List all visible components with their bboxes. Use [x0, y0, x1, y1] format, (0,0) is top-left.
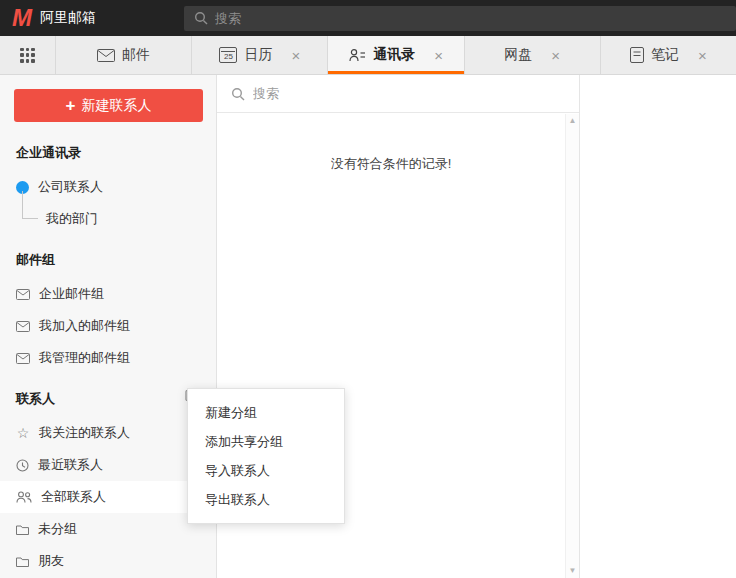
tab-notes[interactable]: 笔记 ×: [601, 36, 736, 74]
apps-grid-icon: [20, 48, 35, 63]
alimail-app: M 阿里邮箱 邮件 25 日历 ×: [0, 0, 736, 578]
calendar-day-badge: 25: [224, 52, 233, 61]
app-title: 阿里邮箱: [40, 9, 96, 27]
topbar: M 阿里邮箱: [0, 0, 736, 36]
tab-drive-label: 网盘: [504, 46, 532, 64]
new-contact-button[interactable]: + 新建联系人: [14, 89, 203, 122]
empty-results-message: 没有符合条件的记录!: [217, 155, 579, 173]
contacts-icon: [349, 48, 366, 62]
sidebar-item-label: 最近联系人: [38, 456, 103, 474]
sidebar-item-label: 我加入的邮件组: [39, 317, 130, 335]
note-icon: [630, 47, 644, 63]
section-title-enterprise: 企业通讯录: [0, 128, 216, 171]
sidebar-item-label: 未分组: [38, 520, 77, 538]
sidebar-item-ungrouped[interactable]: 未分组: [0, 513, 216, 545]
menu-item-export-contacts[interactable]: 导出联系人: [188, 485, 344, 514]
sidebar-item-label: 朋友: [38, 552, 64, 570]
scroll-up-icon[interactable]: ▲: [569, 117, 577, 125]
tab-mail[interactable]: 邮件: [56, 36, 192, 74]
tree-connector-line: [22, 191, 38, 219]
menu-item-new-group[interactable]: 新建分组: [188, 398, 344, 427]
people-icon: [16, 491, 32, 503]
search-icon: [231, 87, 245, 101]
sidebar-item-enterprise-mailgroup[interactable]: 企业邮件组: [0, 278, 216, 310]
content-area: + 新建联系人 企业通讯录 公司联系人 我的部门 邮件组 企业邮件组: [0, 75, 736, 578]
plus-icon: +: [66, 97, 76, 114]
global-search-box[interactable]: [184, 6, 736, 31]
menu-item-add-shared-group[interactable]: 添加共享分组: [188, 427, 344, 456]
alimail-logo-icon: M: [12, 0, 32, 36]
mail-icon: [97, 49, 115, 62]
tab-calendar-close-icon[interactable]: ×: [291, 48, 300, 63]
sidebar-item-joined-mailgroups[interactable]: 我加入的邮件组: [0, 310, 216, 342]
section-title-mailgroups: 邮件组: [0, 235, 216, 278]
contacts-section-header: 联系人: [0, 374, 216, 417]
contacts-search-box[interactable]: [217, 75, 579, 113]
tab-notes-close-icon[interactable]: ×: [698, 48, 707, 63]
sidebar-item-my-department[interactable]: 我的部门: [0, 203, 216, 235]
tab-drive[interactable]: 网盘 ×: [465, 36, 601, 74]
sidebar-item-label: 我管理的邮件组: [39, 349, 130, 367]
tab-notes-label: 笔记: [651, 46, 679, 64]
apps-grid-button[interactable]: [0, 36, 56, 74]
tab-calendar[interactable]: 25 日历 ×: [192, 36, 328, 74]
star-icon: ☆: [16, 426, 30, 440]
global-search-input[interactable]: [215, 11, 726, 26]
tab-contacts-close-icon[interactable]: ×: [434, 48, 443, 63]
sidebar-item-starred-contacts[interactable]: ☆ 我关注的联系人: [0, 417, 216, 449]
sidebar-item-managed-mailgroups[interactable]: 我管理的邮件组: [0, 342, 216, 374]
group-folder-icon: [16, 524, 29, 535]
mailgroup-icon: [16, 353, 30, 364]
search-icon: [194, 11, 208, 25]
tabbar: 邮件 25 日历 × 通讯录 × 网盘 ×: [0, 36, 736, 75]
tab-drive-close-icon[interactable]: ×: [551, 48, 560, 63]
sidebar-item-recent-contacts[interactable]: 最近联系人: [0, 449, 216, 481]
sidebar-item-friends[interactable]: 朋友: [0, 545, 216, 577]
section-title-contacts: 联系人: [0, 374, 55, 417]
sidebar-item-label: 全部联系人: [41, 488, 106, 506]
tab-contacts-label: 通讯录: [373, 46, 415, 64]
scroll-down-icon[interactable]: ▼: [569, 567, 577, 575]
sidebar-item-label: 公司联系人: [38, 178, 103, 196]
new-contact-label: 新建联系人: [81, 97, 151, 115]
tab-calendar-label: 日历: [244, 46, 272, 64]
sidebar: + 新建联系人 企业通讯录 公司联系人 我的部门 邮件组 企业邮件组: [0, 75, 217, 578]
contact-detail-panel: [580, 75, 736, 578]
group-folder-icon: [16, 556, 29, 567]
sidebar-item-label: 我关注的联系人: [39, 424, 130, 442]
mailgroup-icon: [16, 289, 30, 300]
contacts-group-context-menu: 新建分组 添加共享分组 导入联系人 导出联系人: [187, 388, 345, 524]
clock-icon: [16, 459, 29, 472]
tab-contacts[interactable]: 通讯录 ×: [328, 36, 464, 74]
list-scrollbar[interactable]: ▲ ▼: [565, 114, 579, 578]
contacts-search-input[interactable]: [253, 86, 579, 101]
mailgroup-icon: [16, 321, 30, 332]
calendar-icon: 25: [219, 47, 237, 63]
sidebar-item-label: 我的部门: [46, 210, 98, 228]
menu-item-import-contacts[interactable]: 导入联系人: [188, 456, 344, 485]
sidebar-item-all-contacts[interactable]: 全部联系人: [0, 481, 216, 513]
tab-mail-label: 邮件: [122, 46, 150, 64]
sidebar-item-label: 企业邮件组: [39, 285, 104, 303]
